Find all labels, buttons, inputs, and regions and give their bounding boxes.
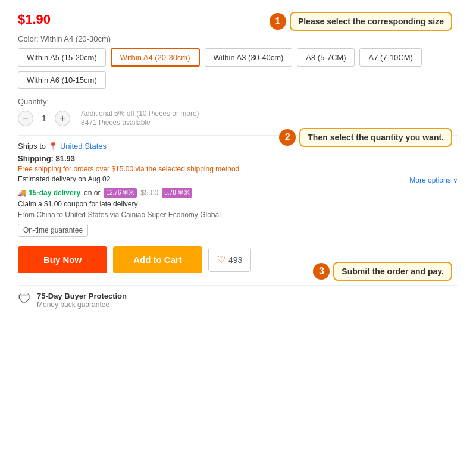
delivery-row: 🚚 15-day delivery on or 12.76 里米 $5.00 5… xyxy=(18,188,458,198)
wishlist-button[interactable]: ♡ 493 xyxy=(208,248,251,272)
quantity-section: Quantity: − 1 + Additional 5% off (10 Pi… xyxy=(18,97,458,127)
annotation1-number: 1 xyxy=(270,13,286,30)
buy-now-button[interactable]: Buy Now xyxy=(18,246,107,273)
quantity-label: Quantity: xyxy=(18,97,458,106)
size-btn-a3[interactable]: Within A3 (30-40cm) xyxy=(205,48,293,67)
size-btn-a8[interactable]: A8 (5-7CM) xyxy=(297,48,355,67)
badge2: 5.78 里米 xyxy=(162,188,192,198)
location-icon: 📍 xyxy=(48,142,58,151)
size-btn-a4[interactable]: Within A4 (20-30cm) xyxy=(111,48,200,67)
protection-title: 75-Day Buyer Protection xyxy=(37,292,127,300)
free-shipping-note: Free shipping for orders over $15.00 via… xyxy=(18,165,458,173)
from-row: From China to United States via Cainiao … xyxy=(18,211,458,219)
size-btn-a7[interactable]: A7 (7-10CM) xyxy=(359,48,421,67)
ships-to-country-link[interactable]: United States xyxy=(60,142,107,151)
size-options-container: Within A5 (15-20cm) Within A4 (20-30cm) … xyxy=(18,48,458,89)
price-crossed: $5.00 xyxy=(140,189,158,197)
shipping-title: Shipping: $1.93 xyxy=(18,154,458,163)
delivery-tag: 🚚 15-day delivery xyxy=(18,189,80,197)
size-btn-a5[interactable]: Within A5 (15-20cm) xyxy=(18,48,106,67)
badge1: 12.76 里米 xyxy=(104,188,137,198)
qty-note-line2: 8471 Pieces available xyxy=(81,118,199,127)
qty-note-line1: Additional 5% off (10 Pieces or more) xyxy=(81,109,199,118)
annotation3-number: 3 xyxy=(313,263,330,280)
annotation2-bubble: Then select the quantity you want. xyxy=(299,128,452,147)
quantity-value: 1 xyxy=(38,114,50,123)
delivery-on: on or xyxy=(84,189,100,197)
wishlist-count: 493 xyxy=(228,255,242,265)
more-options-link[interactable]: More options ∨ xyxy=(409,176,458,184)
ships-to-label: Ships to xyxy=(18,142,46,151)
on-time-guarantee: On-time guarantee xyxy=(18,224,88,237)
heart-icon: ♡ xyxy=(217,254,226,265)
protection-sub: Money back guarantee xyxy=(37,300,127,309)
annotation1-bubble: Please select the corresponding size xyxy=(290,12,452,31)
quantity-increase-button[interactable]: + xyxy=(55,111,70,126)
size-btn-a6[interactable]: Within A6 (10-15cm) xyxy=(18,71,106,89)
add-to-cart-button[interactable]: Add to Cart xyxy=(113,246,202,273)
color-label: Color: Within A4 (20-30cm) xyxy=(18,35,458,43)
estimated-delivery: Estimated delivery on Aug 02 xyxy=(18,175,110,183)
buyer-protection: 🛡 75-Day Buyer Protection Money back gua… xyxy=(18,292,458,309)
annotation3-bubble: Submit the order and pay. xyxy=(333,262,452,281)
coupon-row: Claim a $1.00 coupon for late delivery xyxy=(18,200,458,208)
quantity-decrease-button[interactable]: − xyxy=(18,111,33,126)
shield-icon: 🛡 xyxy=(18,292,31,307)
annotation2-number: 2 xyxy=(279,129,296,146)
